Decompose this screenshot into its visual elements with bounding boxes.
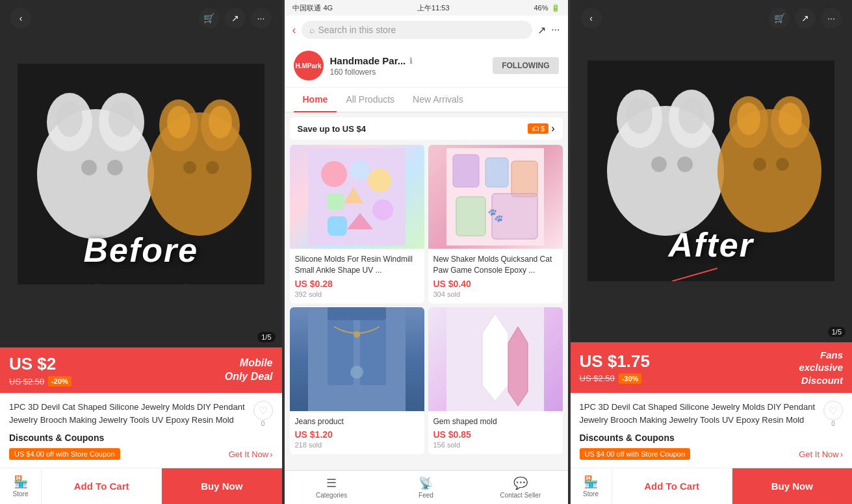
svg-rect-33: [308, 307, 406, 411]
product-card-3[interactable]: Jeans product US $1.20 218 sold: [290, 307, 424, 455]
right-add-cart-button[interactable]: Add To Cart: [612, 468, 732, 504]
right-coupon-badge: US $4.00 off with Store Coupon: [580, 448, 691, 460]
right-cart-button[interactable]: 🛒: [769, 8, 790, 29]
center-share-button[interactable]: ↗: [537, 24, 546, 36]
left-cart-button[interactable]: 🛒: [199, 8, 220, 29]
left-more-icon: ···: [257, 13, 265, 23]
nav-feed[interactable]: 📡 Feed: [379, 471, 473, 504]
product-card-2-body: New Shaker Molds Quicksand Cat Paw Game …: [428, 249, 563, 303]
svg-point-54: [779, 103, 802, 135]
product-sold-1: 392 sold: [295, 290, 419, 298]
store-tabs: Home All Products New Arrivals: [285, 88, 568, 112]
product-card-2[interactable]: 🐾 New Shaker Molds Quicksand Cat Paw Gam…: [428, 145, 563, 303]
nav-contact-seller[interactable]: 💬 Contact Seller: [473, 471, 567, 504]
left-wishlist-button[interactable]: ♡: [253, 401, 273, 420]
left-store-button[interactable]: 🏪 Store: [0, 468, 42, 504]
product-price-3: US $1.20: [295, 429, 419, 440]
left-share-button[interactable]: ↗: [225, 8, 246, 29]
center-status-left: 中国联通 4G: [292, 3, 333, 13]
svg-rect-29: [511, 161, 537, 197]
left-cart-icon: 🛒: [203, 13, 214, 23]
svg-point-49: [677, 157, 693, 172]
product-image-2: 🐾: [428, 145, 563, 249]
nav-categories[interactable]: ☰ Categories: [285, 471, 379, 504]
svg-marker-40: [482, 314, 508, 401]
svg-point-5: [109, 101, 135, 137]
products-grid: Silicone Molds For Resin Windmill Small …: [290, 145, 563, 454]
save-banner-text: Save up to US $4: [298, 124, 366, 134]
product-title-1: Silicone Molds For Resin Windmill Small …: [295, 254, 419, 276]
center-time: 上午11:53: [417, 3, 450, 13]
product-card-1[interactable]: Silicone Molds For Resin Windmill Small …: [290, 145, 424, 303]
tab-all-products[interactable]: All Products: [337, 88, 404, 112]
left-buy-now-button[interactable]: Buy Now: [162, 468, 281, 504]
svg-point-18: [321, 161, 347, 187]
store-header: H.MPark Handmade Par... ℹ 160 followers …: [285, 44, 568, 88]
product-sold-3: 218 sold: [295, 441, 419, 449]
product-card-4-body: Gem shaped mold US $0.85 156 sold: [428, 411, 563, 455]
svg-point-38: [354, 331, 360, 338]
search-input-wrapper[interactable]: ⌕ Search in this store: [302, 21, 533, 39]
search-placeholder-text: Search in this store: [318, 25, 396, 35]
battery-icon: 🔋: [551, 4, 560, 12]
svg-point-53: [737, 103, 760, 135]
left-top-nav: ‹ 🛒 ↗ ···: [0, 0, 282, 36]
product-card-4[interactable]: Gem shaped mold US $0.85 156 sold: [428, 307, 563, 455]
left-wishlist-count: 0: [253, 420, 273, 427]
svg-point-37: [350, 366, 363, 379]
product-sold-2: 304 sold: [433, 290, 558, 298]
following-button[interactable]: FOLLOWING: [493, 57, 558, 74]
tab-home[interactable]: Home: [294, 88, 337, 112]
left-chevron-icon: ›: [270, 449, 272, 459]
product-sold-4: 156 sold: [433, 441, 558, 449]
left-add-cart-button[interactable]: Add To Cart: [42, 468, 162, 504]
center-more-button[interactable]: ···: [551, 24, 560, 36]
right-bottom-bar: 🏪 Store Add To Cart Buy Now: [571, 468, 853, 504]
right-chevron-icon: ›: [840, 449, 843, 459]
save-banner[interactable]: Save up to US $4 🏷 $ ›: [290, 118, 563, 140]
product-image-4: [428, 307, 563, 411]
left-coupon-badge: US $4.00 off with Store Coupon: [9, 448, 120, 460]
right-discount-badge: -30%: [619, 373, 642, 384]
right-store-label: Store: [583, 490, 599, 498]
left-more-button[interactable]: ···: [251, 8, 272, 29]
tab-new-arrivals[interactable]: New Arrivals: [404, 88, 472, 112]
right-price-left: US $1.75 US $2.50 -30%: [580, 351, 650, 384]
center-bottom-nav: ☰ Categories 📡 Feed 💬 Contact Seller: [285, 470, 568, 504]
left-get-it-now[interactable]: Get It Now ›: [229, 449, 273, 459]
left-store-label: Store: [13, 490, 29, 498]
right-back-button[interactable]: ‹: [581, 8, 602, 29]
right-share-button[interactable]: ↗: [795, 8, 816, 29]
right-price-bar: US $1.75 US $2.50 -30% FansexclusiveDisc…: [571, 342, 853, 394]
right-buy-now-button[interactable]: Buy Now: [732, 468, 852, 504]
right-top-nav: ‹ 🛒 ↗ ···: [571, 0, 853, 36]
center-search-bar: ‹ ⌕ Search in this store ↗ ···: [285, 16, 568, 44]
left-discount-badge: -20%: [48, 376, 71, 386]
info-icon[interactable]: ℹ: [409, 56, 413, 66]
svg-point-14: [206, 161, 219, 174]
store-name-row: Handmade Par... ℹ: [330, 55, 487, 66]
right-wishlist-button[interactable]: ♡: [823, 401, 843, 420]
svg-point-47: [678, 97, 704, 134]
svg-rect-30: [456, 197, 485, 236]
center-content: Save up to US $4 🏷 $ ›: [285, 112, 568, 470]
svg-point-20: [368, 169, 391, 192]
right-deal-label: FansexclusiveDiscount: [799, 349, 843, 387]
svg-text:🐾: 🐾: [487, 207, 504, 223]
left-price-bar: US $2 US $2.50 -20% MobileOnly Deal: [0, 347, 282, 393]
center-status-right: 46% 🔋: [534, 4, 560, 12]
contact-label: Contact Seller: [500, 492, 541, 499]
right-get-it-now[interactable]: Get It Now ›: [799, 449, 843, 459]
battery-text: 46%: [534, 4, 548, 12]
right-discounts-title: Discounts & Coupons: [580, 433, 844, 443]
left-deal-label: MobileOnly Deal: [225, 357, 273, 384]
center-back-button[interactable]: ‹: [292, 23, 296, 37]
right-cart-icon: 🛒: [774, 13, 785, 23]
right-more-button[interactable]: ···: [821, 8, 842, 29]
product-title-2: New Shaker Molds Quicksand Cat Paw Game …: [433, 254, 558, 276]
left-coupon-row: US $4.00 off with Store Coupon Get It No…: [9, 448, 273, 460]
store-avatar: H.MPark: [294, 51, 324, 81]
right-store-button[interactable]: 🏪 Store: [571, 468, 612, 504]
search-icon: ⌕: [309, 25, 315, 35]
left-back-button[interactable]: ‹: [10, 8, 31, 29]
